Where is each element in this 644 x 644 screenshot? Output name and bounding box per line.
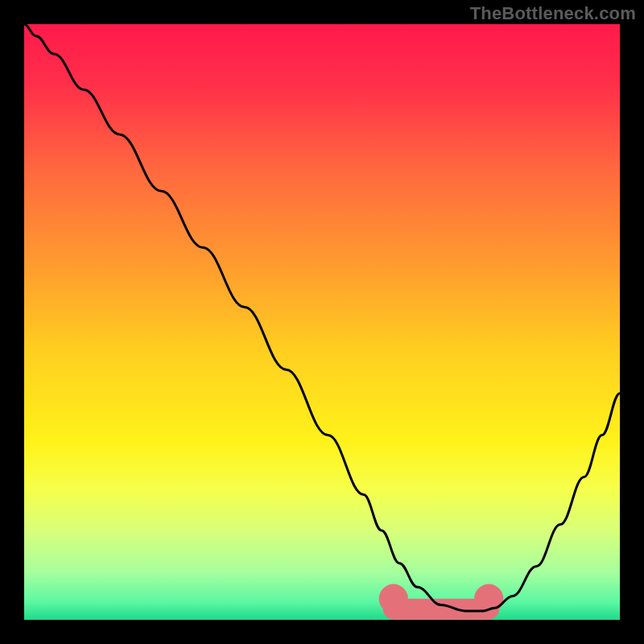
plot-area — [24, 24, 620, 620]
bottleneck-curve-path — [24, 24, 620, 611]
chart-curve — [24, 24, 620, 620]
watermark-text: TheBottleneck.com — [470, 3, 636, 24]
sweet-spot-end-dot — [379, 584, 408, 613]
chart-container: TheBottleneck.com — [0, 0, 644, 644]
